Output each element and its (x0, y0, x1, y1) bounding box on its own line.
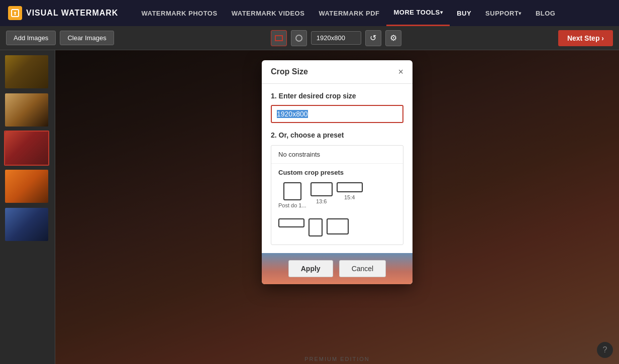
preset-shape-wider[interactable]: 15:4 (337, 182, 363, 208)
preset-shape-thin[interactable] (278, 218, 304, 238)
thumbnail-3[interactable] (4, 131, 49, 166)
nav-watermark-pdf[interactable]: WATERMARK PDF (312, 0, 386, 26)
square-icon (283, 182, 301, 200)
modal-close-button[interactable]: × (398, 67, 403, 76)
crop-size-input[interactable] (271, 105, 403, 123)
custom-presets-label: Custom crop presets (271, 164, 403, 178)
logo-icon (8, 6, 22, 20)
preset-shape-tall[interactable] (308, 218, 323, 238)
preset-shapes-row2 (271, 214, 403, 245)
svg-point-2 (296, 35, 302, 41)
preset-label-square: Post do 1... (278, 202, 306, 208)
preset-shape-rect[interactable] (327, 218, 349, 238)
logo[interactable]: VISUAL WATERMARK (8, 6, 118, 20)
wider-icon (337, 182, 363, 192)
modal-overlay: Crop Size × 1. Enter desired crop size 2… (55, 50, 619, 364)
settings-button[interactable]: ⚙ (385, 30, 401, 46)
cancel-button[interactable]: Cancel (339, 260, 386, 277)
nav-watermark-videos[interactable]: WATERMARK VIDEOS (225, 0, 312, 26)
content-area: Crop Size × 1. Enter desired crop size 2… (55, 50, 619, 364)
modal-body: 1. Enter desired crop size 2. Or, choose… (262, 84, 412, 253)
nav-buy[interactable]: BUY (450, 0, 478, 26)
tall-icon (308, 218, 323, 236)
preset-label-wide: 13:6 (316, 198, 327, 204)
logo-text: VISUAL WATERMARK (26, 9, 118, 18)
preset-shape-wide[interactable]: 13:6 (311, 182, 333, 208)
apply-button[interactable]: Apply (288, 260, 333, 277)
wide-icon (311, 182, 333, 196)
section1-label: 1. Enter desired crop size (271, 92, 403, 100)
circle-shape-button[interactable] (291, 30, 307, 46)
thumbnail-5[interactable] (4, 207, 49, 242)
nav-support[interactable]: SUPPORT (478, 0, 529, 26)
thin-icon (278, 218, 304, 227)
modal-footer: Apply Cancel (262, 253, 412, 284)
navbar: VISUAL WATERMARK WATERMARK PHOTOS WATERM… (0, 0, 619, 26)
preset-shape-square[interactable]: Post do 1... (278, 182, 306, 208)
preset-label-wider: 15:4 (344, 194, 355, 200)
thumbnail-2[interactable] (4, 92, 49, 128)
rectangle-shape-button[interactable] (271, 30, 287, 46)
next-step-button[interactable]: Next Step › (558, 30, 613, 46)
clear-images-button[interactable]: Clear Images (60, 31, 114, 45)
preset-shapes-row1: Post do 1... 13:6 15:4 (271, 178, 403, 214)
nav-more-tools[interactable]: MORE TOOLS (386, 0, 450, 26)
modal-header: Crop Size × (262, 60, 412, 84)
preset-list: No constraints Custom crop presets Post … (271, 145, 403, 245)
sidebar (0, 50, 55, 364)
nav-watermark-photos[interactable]: WATERMARK PHOTOS (134, 0, 224, 26)
main-area: Crop Size × 1. Enter desired crop size 2… (0, 50, 619, 364)
rotate-button[interactable]: ↺ (365, 30, 381, 46)
rect-icon (327, 218, 349, 234)
thumbnail-1[interactable] (4, 54, 49, 89)
crop-size-modal: Crop Size × 1. Enter desired crop size 2… (262, 60, 412, 284)
nav-blog[interactable]: BLOG (529, 0, 563, 26)
toolbar: Add Images Clear Images ↺ ⚙ Next Step › (0, 26, 619, 50)
section2-label: 2. Or, choose a preset (271, 131, 403, 139)
modal-title: Crop Size (271, 67, 308, 76)
size-input[interactable] (311, 31, 361, 45)
svg-rect-1 (275, 36, 282, 41)
add-images-button[interactable]: Add Images (6, 31, 56, 45)
preset-no-constraints[interactable]: No constraints (271, 146, 403, 164)
nav-links: WATERMARK PHOTOS WATERMARK VIDEOS WATERM… (134, 0, 611, 26)
thumbnail-4[interactable] (4, 169, 49, 204)
